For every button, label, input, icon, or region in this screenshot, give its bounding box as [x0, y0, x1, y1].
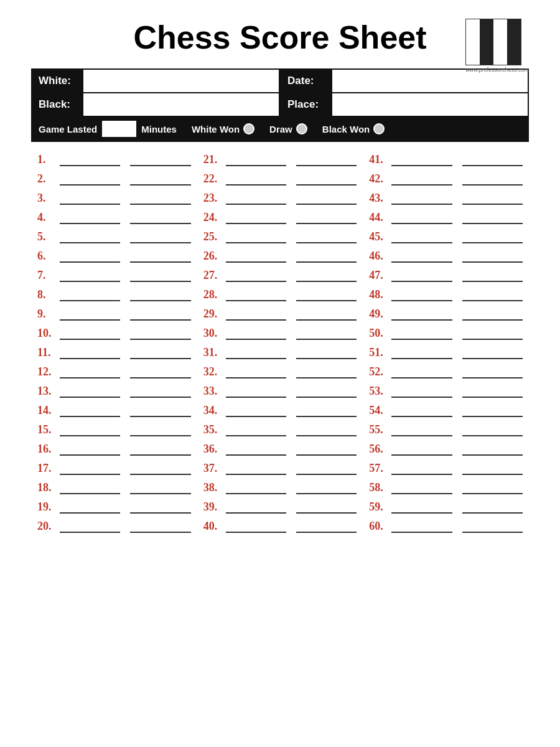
move-number: 46. [369, 250, 389, 263]
move-black-line [130, 173, 190, 186]
move-number: 18. [37, 481, 57, 494]
white-label: White: [32, 70, 82, 92]
move-white-line [391, 501, 452, 514]
move-black-line [130, 250, 190, 263]
move-number: 57. [369, 462, 389, 475]
move-black-line [462, 443, 523, 456]
move-white-line [391, 463, 452, 475]
move-number: 10. [37, 327, 57, 340]
move-row: 24. [203, 211, 357, 224]
move-black-line [296, 231, 357, 243]
move-black-line [296, 347, 357, 359]
black-input[interactable] [82, 93, 279, 116]
move-number: 25. [203, 230, 223, 243]
game-lasted-label: Game Lasted [39, 124, 97, 134]
move-row: 50. [369, 327, 523, 340]
move-white-line [60, 212, 120, 224]
date-label: Date: [281, 70, 331, 92]
move-black-line [462, 385, 523, 398]
moves-section: 1. 2. 3. 4. 5. [31, 153, 529, 539]
move-black-line [296, 173, 357, 186]
move-white-line [391, 385, 452, 398]
move-white-line [391, 366, 452, 378]
move-white-line [226, 250, 286, 263]
move-black-line [130, 424, 190, 436]
move-black-line [296, 250, 357, 263]
move-black-line [296, 424, 357, 436]
move-black-line [296, 192, 357, 205]
draw-radio[interactable] [296, 123, 307, 134]
move-row: 38. [203, 481, 357, 494]
move-black-line [462, 463, 523, 475]
move-row: 26. [203, 250, 357, 263]
move-black-line [296, 482, 357, 494]
move-black-line [130, 482, 190, 494]
move-number: 38. [203, 481, 223, 494]
move-row: 18. [37, 481, 191, 494]
move-white-line [391, 443, 452, 456]
move-white-line [391, 154, 452, 166]
move-black-line [296, 385, 357, 398]
move-white-line [226, 154, 286, 166]
move-white-line [60, 231, 120, 243]
move-white-line [60, 154, 120, 166]
move-white-line [226, 289, 286, 301]
date-input[interactable] [331, 70, 528, 92]
move-black-line [296, 308, 357, 321]
move-number: 60. [369, 520, 389, 533]
move-number: 45. [369, 230, 389, 243]
move-white-line [391, 327, 452, 340]
move-white-line [226, 482, 286, 494]
move-white-line [226, 308, 286, 321]
move-black-line [462, 327, 523, 340]
move-number: 15. [37, 423, 57, 436]
black-won-group: Black Won [322, 123, 385, 134]
move-white-line [391, 270, 452, 282]
move-black-line [462, 231, 523, 243]
move-white-line [60, 270, 120, 282]
move-row: 57. [369, 462, 523, 475]
move-white-line [226, 327, 286, 340]
move-white-line [60, 192, 120, 205]
move-white-line [60, 424, 120, 436]
move-black-line [130, 308, 190, 321]
move-white-line [226, 443, 286, 456]
move-col-2: 21. 22. 23. 24. 25. [197, 153, 363, 539]
move-black-line [130, 231, 190, 243]
move-number: 54. [369, 404, 389, 417]
move-black-line [462, 173, 523, 186]
move-number: 32. [203, 365, 223, 378]
move-white-line [60, 463, 120, 475]
move-number: 28. [203, 288, 223, 301]
move-row: 17. [37, 462, 191, 475]
move-black-line [130, 154, 190, 166]
move-white-line [226, 520, 286, 533]
move-white-line [391, 289, 452, 301]
white-won-radio[interactable] [243, 123, 254, 134]
move-number: 49. [369, 308, 389, 321]
black-label: Black: [32, 93, 82, 116]
move-white-line [391, 520, 452, 533]
move-white-line [226, 501, 286, 514]
black-won-radio[interactable] [373, 123, 385, 134]
move-black-line [296, 327, 357, 340]
move-white-line [60, 405, 120, 417]
move-white-line [60, 366, 120, 378]
move-white-line [226, 270, 286, 282]
move-row: 41. [369, 153, 523, 166]
move-row: 16. [37, 443, 191, 456]
move-black-line [130, 270, 190, 282]
move-row: 13. [37, 385, 191, 398]
move-number: 27. [203, 269, 223, 282]
move-row: 47. [369, 269, 523, 282]
page-title: Chess Score Sheet [31, 19, 529, 56]
move-row: 44. [369, 211, 523, 224]
move-row: 23. [203, 192, 357, 205]
move-number: 44. [369, 211, 389, 224]
move-number: 16. [37, 443, 57, 456]
minutes-input[interactable] [102, 121, 136, 137]
place-input[interactable] [331, 93, 528, 116]
move-row: 25. [203, 230, 357, 243]
white-input[interactable] [82, 70, 279, 92]
move-row: 34. [203, 404, 357, 417]
